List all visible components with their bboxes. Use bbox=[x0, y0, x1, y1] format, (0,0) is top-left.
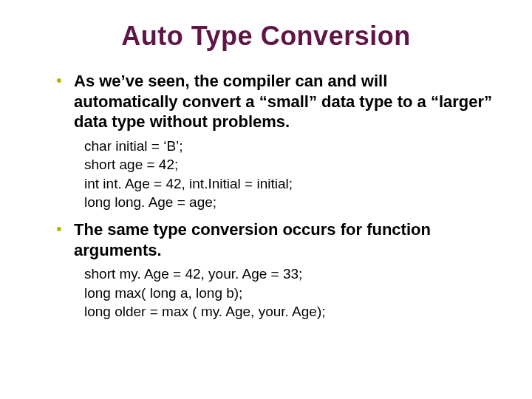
code-line: long long. Age = age; bbox=[84, 193, 495, 212]
bullet-item: The same type conversion occurs for func… bbox=[56, 219, 495, 321]
slide: Auto Type Conversion As we’ve seen, the … bbox=[0, 0, 532, 399]
bullet-lead: The same type conversion occurs for func… bbox=[74, 219, 495, 260]
slide-title: Auto Type Conversion bbox=[37, 21, 495, 52]
code-block: short my. Age = 42, your. Age = 33; long… bbox=[84, 265, 495, 321]
bullet-lead: As we’ve seen, the compiler can and will… bbox=[74, 71, 495, 132]
code-line: short age = 42; bbox=[84, 155, 495, 174]
code-line: int int. Age = 42, int.Initial = initial… bbox=[84, 174, 495, 194]
code-line: char initial = ‘B’; bbox=[84, 137, 495, 156]
code-block: char initial = ‘B’; short age = 42; int … bbox=[84, 137, 495, 213]
code-line: long max( long a, long b); bbox=[84, 284, 495, 303]
code-line: long older = max ( my. Age, your. Age); bbox=[84, 302, 495, 321]
code-line: short my. Age = 42, your. Age = 33; bbox=[84, 265, 495, 284]
bullet-list: As we’ve seen, the compiler can and will… bbox=[37, 71, 495, 321]
bullet-item: As we’ve seen, the compiler can and will… bbox=[56, 71, 495, 212]
